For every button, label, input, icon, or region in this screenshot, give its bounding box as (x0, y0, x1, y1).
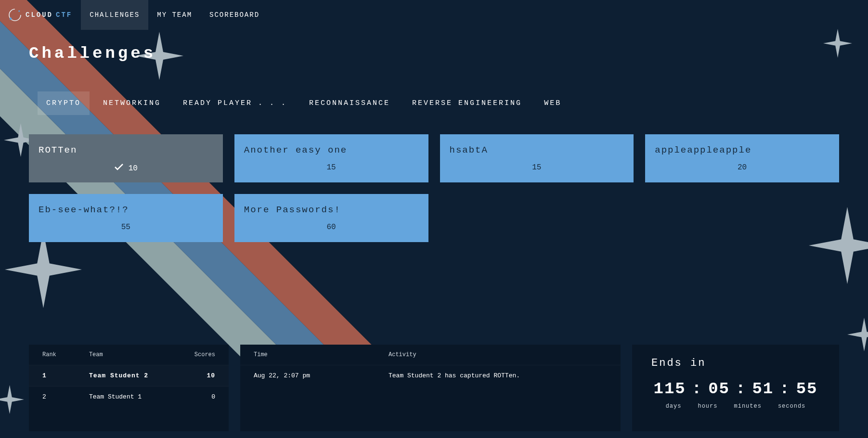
th-scores: Scores (174, 345, 229, 365)
nav-label: SCOREBOARD (209, 11, 259, 19)
logo[interactable]: CLOUD CTF (7, 7, 72, 23)
unit-minutes: minutes (734, 403, 761, 410)
countdown-panel: Ends in 115 : 05 : 51 : 55 days hours mi… (632, 345, 839, 431)
tab-ready-player[interactable]: READY PLAYER . . . (174, 91, 296, 115)
countdown-value: 115 : 05 : 51 : 55 (651, 380, 820, 398)
challenge-points: 15 (327, 163, 336, 172)
cell-score: 10 (174, 365, 229, 386)
table-row: 2 Team Student 1 0 (29, 386, 229, 408)
challenge-card-hsabta[interactable]: hsabtA 15 (440, 134, 634, 182)
nav-my-team[interactable]: MY TEAM (148, 0, 201, 30)
countdown-units: days hours minutes seconds (651, 403, 820, 410)
th-team: Team (76, 345, 174, 365)
nav-label: CHALLENGES (90, 11, 140, 19)
countdown-seconds: 55 (796, 380, 818, 398)
challenge-points: 15 (532, 163, 541, 172)
countdown-minutes: 51 (752, 380, 774, 398)
tab-label: READY PLAYER . . . (183, 99, 287, 107)
activity-panel: Time Activity Aug 22, 2:07 pm Team Stude… (240, 345, 621, 431)
tab-web[interactable]: WEB (535, 91, 570, 115)
challenge-title: ROTTen (39, 145, 213, 155)
table-row: 1 Team Student 2 10 (29, 365, 229, 386)
page-title: Challenges (29, 44, 839, 63)
scoreboard-panel: Rank Team Scores 1 Team Student 2 10 2 T… (29, 345, 229, 431)
nav-scoreboard[interactable]: SCOREBOARD (201, 0, 268, 30)
sparkle-icon (847, 318, 868, 351)
category-tabs: CRYPTO NETWORKING READY PLAYER . . . REC… (29, 91, 839, 115)
countdown-sep: : (777, 380, 793, 398)
cell-rank: 2 (29, 386, 76, 408)
nav-label: MY TEAM (157, 11, 192, 19)
tab-label: REVERSE ENGINEERING (412, 99, 522, 107)
table-row: Aug 22, 2:07 pm Team Student 2 has captu… (240, 365, 621, 386)
th-rank: Rank (29, 345, 76, 365)
unit-hours: hours (698, 403, 717, 410)
sparkle-icon (5, 231, 82, 308)
countdown-hours: 05 (708, 380, 730, 398)
unit-seconds: seconds (778, 403, 805, 410)
challenge-card-another-easy-one[interactable]: Another easy one 15 (234, 134, 428, 182)
th-activity: Activity (375, 345, 621, 365)
tab-label: NETWORKING (103, 99, 161, 107)
challenge-card-appleappleapple[interactable]: appleappleapple 20 (645, 134, 839, 182)
sparkle-icon (0, 385, 24, 414)
tab-crypto[interactable]: CRYPTO (38, 91, 90, 115)
check-icon (114, 163, 124, 173)
cell-rank: 1 (29, 365, 76, 386)
countdown-sep: : (689, 380, 705, 398)
th-time: Time (240, 345, 375, 365)
tab-reconnaissance[interactable]: RECONNAISSANCE (300, 91, 399, 115)
logo-text-cloud: CLOUD (26, 11, 53, 19)
countdown-sep: : (733, 380, 749, 398)
challenge-card-eb-see-what[interactable]: Eb-see-what?!? 55 (29, 194, 223, 242)
countdown-label: Ends in (651, 357, 820, 369)
challenge-title: hsabtA (450, 145, 624, 155)
logo-text-ctf: CTF (56, 11, 72, 19)
challenge-points: 55 (121, 223, 130, 232)
unit-days: days (666, 403, 682, 410)
logo-icon (7, 7, 23, 23)
challenge-title: More Passwords! (244, 205, 419, 215)
challenge-points: 10 (129, 164, 138, 173)
svg-point-1 (10, 18, 12, 20)
countdown-days: 115 (654, 380, 686, 398)
challenge-points: 60 (327, 223, 336, 232)
challenge-card-more-passwords[interactable]: More Passwords! 60 (234, 194, 428, 242)
challenge-points: 20 (738, 163, 747, 172)
tab-networking[interactable]: NETWORKING (94, 91, 169, 115)
challenge-grid: ROTTen 10 Another easy one 15 hsabtA 15 … (29, 134, 839, 242)
cell-score: 0 (174, 386, 229, 408)
tab-label: RECONNAISSANCE (309, 99, 390, 107)
challenge-card-rotten[interactable]: ROTTen 10 (29, 134, 223, 182)
cell-time: Aug 22, 2:07 pm (240, 365, 375, 386)
nav-challenges[interactable]: CHALLENGES (81, 0, 148, 30)
cell-team: Team Student 2 (76, 365, 174, 386)
cell-activity: Team Student 2 has captured ROTTen. (375, 365, 621, 386)
navbar: CLOUD CTF CHALLENGES MY TEAM SCOREBOARD (0, 0, 868, 30)
challenge-title: appleappleapple (655, 145, 829, 155)
tab-label: WEB (544, 99, 561, 107)
svg-point-2 (18, 10, 20, 12)
cell-team: Team Student 1 (76, 386, 174, 408)
activity-table: Time Activity Aug 22, 2:07 pm Team Stude… (240, 345, 621, 386)
tab-reverse-engineering[interactable]: REVERSE ENGINEERING (403, 91, 531, 115)
challenge-title: Another easy one (244, 145, 419, 155)
scoreboard-table: Rank Team Scores 1 Team Student 2 10 2 T… (29, 345, 229, 407)
tab-label: CRYPTO (46, 99, 81, 107)
challenge-title: Eb-see-what?!? (39, 205, 213, 215)
